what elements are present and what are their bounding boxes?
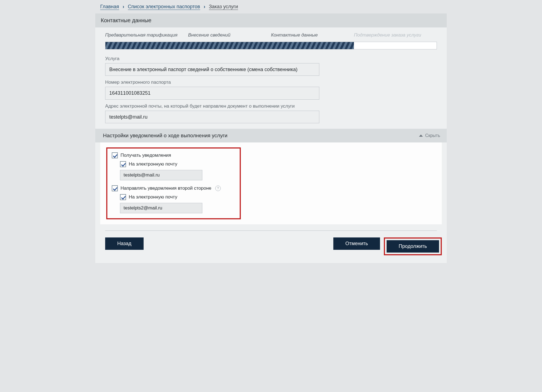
chevron-up-icon <box>419 135 423 137</box>
checkbox-icon <box>112 185 118 191</box>
field-email-label: Адрес электронной почты, на который буде… <box>105 103 437 109</box>
checkbox-email1[interactable]: На электронную почту <box>120 161 235 167</box>
step-confirm: Подтверждение заказа услуги <box>354 32 437 38</box>
notifications-panel: Получать уведомления На электронную почт… <box>100 142 442 224</box>
checkbox-email1-label: На электронную почту <box>129 161 177 167</box>
checkbox-receive-label: Получать уведомления <box>121 153 171 158</box>
field-service-label: Услуга <box>105 56 437 61</box>
step-data-entry: Внесение сведений <box>188 32 271 38</box>
continue-highlight: Продолжить <box>384 237 442 255</box>
collapse-toggle-label: Скрыть <box>425 133 440 138</box>
page-root: Главная › Список электронных паспортов ›… <box>95 0 447 263</box>
cancel-button[interactable]: Отменить <box>333 237 380 250</box>
checkbox-second-party[interactable]: Направлять уведомления второй стороне ? <box>112 185 235 191</box>
checkbox-receive-notifications[interactable]: Получать уведомления <box>112 152 235 158</box>
help-icon[interactable]: ? <box>215 186 221 191</box>
back-button[interactable]: Назад <box>105 237 144 250</box>
email2-input[interactable]: testelpts2@mail.ru <box>120 203 202 213</box>
footer-divider <box>105 230 437 231</box>
footer-buttons: Назад Отменить Продолжить <box>95 237 447 255</box>
notifications-header-title: Настройки уведомлений о ходе выполнения … <box>103 133 227 139</box>
continue-button[interactable]: Продолжить <box>387 240 439 253</box>
checkbox-email2[interactable]: На электронную почту <box>120 194 235 200</box>
field-service-value: Внесение в электронный паспорт сведений … <box>105 63 319 76</box>
notifications-header: Настройки уведомлений о ходе выполнения … <box>95 129 447 142</box>
progress-fill <box>105 42 354 49</box>
step-contact: Контактные данные <box>271 32 354 38</box>
checkbox-email2-label: На электронную почту <box>129 194 177 200</box>
breadcrumb: Главная › Список электронных паспортов ›… <box>95 0 447 13</box>
panel-title-text: Контактные данные <box>101 17 152 23</box>
email1-input[interactable]: testelpts@mail.ru <box>120 170 202 180</box>
step-tariff: Предварительная тарификация <box>105 32 188 38</box>
breadcrumb-list-link[interactable]: Список электронных паспортов <box>128 4 200 10</box>
collapse-toggle[interactable]: Скрыть <box>419 133 440 138</box>
notifications-highlight: Получать уведомления На электронную почт… <box>106 147 241 219</box>
breadcrumb-current: Заказ услуги <box>209 4 238 10</box>
wizard-steps: Предварительная тарификация Внесение све… <box>95 32 447 42</box>
field-service: Услуга Внесение в электронный паспорт св… <box>95 56 447 80</box>
checkbox-icon <box>120 161 126 167</box>
checkbox-icon <box>120 194 126 200</box>
checkbox-second-party-label: Направлять уведомления второй стороне <box>121 186 211 191</box>
breadcrumb-home-link[interactable]: Главная <box>100 4 119 10</box>
footer-right-buttons: Отменить Продолжить <box>333 237 442 255</box>
panel-title: Контактные данные <box>95 13 447 27</box>
field-passport-value: 164311001083251 <box>105 87 319 99</box>
main-content: Предварительная тарификация Внесение све… <box>95 27 447 263</box>
checkbox-icon <box>112 152 118 158</box>
field-email-value: testelpts@mail.ru <box>105 111 319 123</box>
chevron-right-icon: › <box>204 4 205 9</box>
field-email: Адрес электронной почты, на который буде… <box>95 103 447 127</box>
field-passport: Номер электронного паспорта 164311001083… <box>95 80 447 103</box>
progress-bar <box>105 42 437 49</box>
field-passport-label: Номер электронного паспорта <box>105 80 437 85</box>
chevron-right-icon: › <box>123 4 124 9</box>
